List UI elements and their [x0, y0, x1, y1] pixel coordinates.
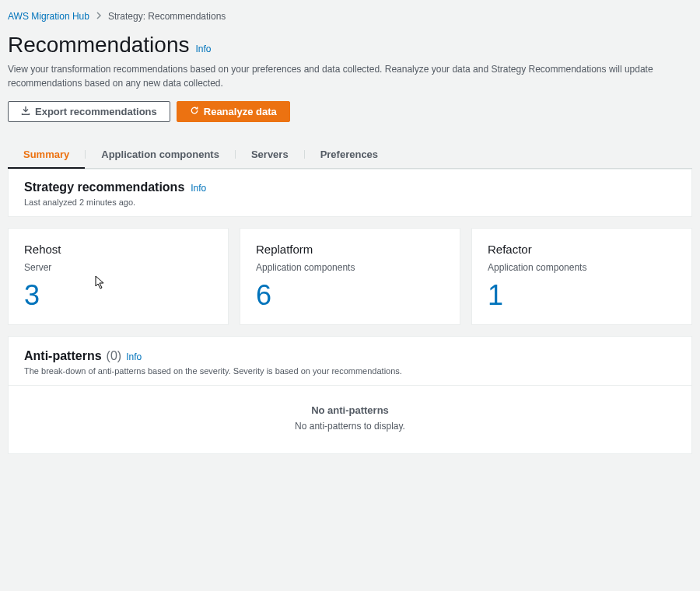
anti-patterns-panel: Anti-patterns (0) Info The break-down of… [8, 336, 692, 454]
info-link[interactable]: Info [191, 183, 206, 194]
chevron-right-icon [96, 11, 102, 22]
tab-servers[interactable]: Servers [236, 141, 304, 168]
export-button-label: Export recommendations [35, 106, 157, 117]
card-title: Replatform [256, 243, 444, 256]
tab-preferences[interactable]: Preferences [305, 141, 394, 168]
strategy-cards-row: Rehost Server 3 Replatform Application c… [8, 228, 692, 325]
replatform-card: Replatform Application components 6 [240, 228, 460, 325]
replatform-count-link[interactable]: 6 [256, 279, 444, 312]
tabs: Summary Application components Servers P… [8, 141, 692, 169]
tab-summary[interactable]: Summary [8, 141, 85, 168]
rehost-count-link[interactable]: 3 [24, 279, 212, 312]
refactor-card: Refactor Application components 1 [471, 228, 692, 325]
card-subtitle: Application components [256, 262, 444, 273]
anti-patterns-empty-desc: No anti-patterns to display. [24, 421, 676, 432]
page-title: Recommendations [8, 33, 189, 58]
page-header: Recommendations Info View your transform… [0, 25, 700, 96]
export-recommendations-button[interactable]: Export recommendations [8, 101, 170, 122]
anti-patterns-empty-title: No anti-patterns [24, 404, 676, 416]
refactor-count-link[interactable]: 1 [488, 279, 676, 312]
rehost-card: Rehost Server 3 [8, 228, 229, 325]
card-title: Refactor [488, 243, 676, 256]
info-link[interactable]: Info [195, 44, 211, 54]
page-description: View your transformation recommendations… [8, 62, 692, 90]
reanalyze-button-label: Reanalyze data [204, 106, 277, 117]
card-subtitle: Server [24, 262, 212, 273]
breadcrumb-current: Strategy: Recommendations [108, 11, 226, 22]
card-subtitle: Application components [488, 262, 676, 273]
tab-application-components[interactable]: Application components [86, 141, 235, 168]
reanalyze-data-button[interactable]: Reanalyze data [177, 101, 290, 122]
strategy-recommendations-panel: Strategy recommendations Info Last analy… [8, 169, 692, 217]
anti-patterns-title: Anti-patterns [24, 349, 102, 363]
breadcrumb: AWS Migration Hub Strategy: Recommendati… [0, 0, 700, 25]
anti-patterns-body: No anti-patterns No anti-patterns to dis… [9, 385, 691, 453]
strategy-panel-title: Strategy recommendations [24, 180, 184, 194]
download-icon [21, 106, 30, 117]
action-buttons: Export recommendations Reanalyze data [8, 101, 692, 122]
card-title: Rehost [24, 243, 212, 256]
info-link[interactable]: Info [126, 351, 142, 362]
breadcrumb-root-link[interactable]: AWS Migration Hub [8, 11, 89, 22]
anti-patterns-count: (0) [107, 349, 122, 363]
last-analyzed-text: Last analyzed 2 minutes ago. [24, 198, 676, 207]
refresh-icon [190, 106, 199, 117]
anti-patterns-description: The break-down of anti-patterns based on… [24, 366, 676, 376]
